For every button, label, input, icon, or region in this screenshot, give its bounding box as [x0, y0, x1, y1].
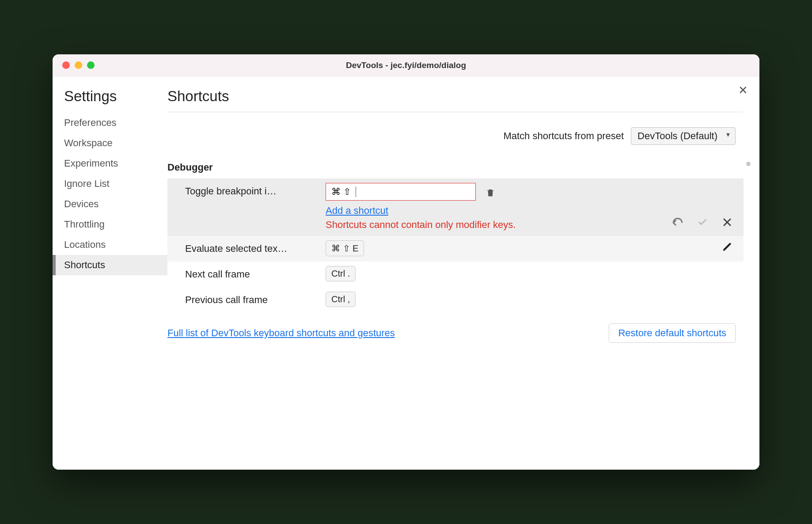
traffic-lights [53, 61, 95, 69]
sidebar-item-label: Shortcuts [64, 259, 105, 270]
sidebar-title: Settings [53, 88, 167, 113]
sidebar-item-shortcuts[interactable]: Shortcuts [53, 255, 167, 275]
shortcut-row: Previous call frame Ctrl , [167, 287, 744, 313]
shortcut-value-area: ⌘ ⇧ Add a shortcut Shortcuts cannot cont… [326, 183, 668, 232]
sidebar-item-label: Throttling [64, 219, 105, 230]
shortcut-chip: ⌘ ⇧ E [326, 240, 364, 256]
checkmark-icon[interactable] [696, 216, 709, 229]
shortcut-label: Evaluate selected tex… [185, 240, 322, 254]
text-caret [356, 186, 356, 197]
close-icon[interactable]: ✕ [738, 84, 748, 96]
edit-actions [671, 216, 737, 232]
main: Shortcuts Match shortcuts from preset De… [167, 76, 759, 470]
shortcut-chip: Ctrl , [326, 292, 356, 307]
close-window-button[interactable] [62, 61, 70, 69]
shortcut-row: Evaluate selected tex… ⌘ ⇧ E [167, 236, 744, 262]
row-actions [721, 240, 737, 254]
preset-select[interactable]: DevTools (Default) [631, 127, 736, 145]
page-title: Shortcuts [167, 88, 744, 112]
cancel-icon[interactable] [721, 216, 734, 229]
sidebar-item-workspace[interactable]: Workspace [53, 133, 167, 153]
sidebar-item-preferences[interactable]: Preferences [53, 113, 167, 133]
footer: Full list of DevTools keyboard shortcuts… [167, 313, 744, 355]
add-shortcut-link[interactable]: Add a shortcut [326, 205, 388, 216]
sidebar-item-throttling[interactable]: Throttling [53, 214, 167, 235]
sidebar-item-label: Workspace [64, 137, 113, 148]
shortcut-input-keys: ⌘ ⇧ [331, 186, 351, 197]
trash-icon[interactable] [484, 186, 497, 199]
shortcut-label: Previous call frame [185, 292, 322, 306]
shortcut-input[interactable]: ⌘ ⇧ [326, 183, 476, 201]
section-area: Debugger Toggle breakpoint i… ⌘ ⇧ [167, 160, 744, 470]
shortcut-value-area: Ctrl . [326, 266, 737, 281]
full-list-link[interactable]: Full list of DevTools keyboard shortcuts… [167, 327, 395, 339]
shortcut-label: Toggle breakpoint i… [185, 183, 322, 197]
shortcut-chip: Ctrl . [326, 266, 356, 281]
window-title: DevTools - jec.fyi/demo/dialog [53, 61, 759, 70]
sidebar-item-devices[interactable]: Devices [53, 194, 167, 214]
pencil-icon[interactable] [721, 240, 734, 254]
sidebar-item-label: Ignore List [64, 178, 110, 189]
preset-value: DevTools (Default) [637, 130, 717, 141]
sidebar-item-label: Locations [64, 239, 106, 250]
shortcut-row: Next call frame Ctrl . [167, 262, 744, 287]
minimize-window-button[interactable] [75, 61, 82, 69]
error-message: Shortcuts cannot contain only modifier k… [326, 218, 538, 232]
shortcut-label: Next call frame [185, 266, 322, 280]
preset-row: Match shortcuts from preset DevTools (De… [167, 112, 744, 160]
maximize-window-button[interactable] [87, 61, 95, 69]
sidebar-item-label: Devices [64, 198, 99, 209]
titlebar: DevTools - jec.fyi/demo/dialog [53, 54, 759, 76]
preset-label: Match shortcuts from preset [503, 130, 624, 142]
sidebar-item-label: Preferences [64, 117, 117, 128]
shortcut-row-editing: Toggle breakpoint i… ⌘ ⇧ Add a shortcut [167, 178, 744, 236]
sidebar-item-label: Experiments [64, 158, 118, 169]
sidebar-item-locations[interactable]: Locations [53, 235, 167, 255]
window: DevTools - jec.fyi/demo/dialog ✕ Setting… [53, 54, 759, 470]
scrollbar[interactable] [746, 162, 751, 166]
undo-icon[interactable] [671, 216, 684, 229]
shortcut-value-area: ⌘ ⇧ E [326, 240, 717, 256]
content: ✕ Settings Preferences Workspace Experim… [53, 76, 759, 470]
sidebar-item-ignore-list[interactable]: Ignore List [53, 174, 167, 194]
section-title: Debugger [167, 160, 744, 178]
shortcut-value-area: Ctrl , [326, 292, 737, 307]
sidebar-item-experiments[interactable]: Experiments [53, 153, 167, 174]
restore-defaults-button[interactable]: Restore default shortcuts [609, 323, 736, 343]
sidebar: Settings Preferences Workspace Experimen… [53, 76, 167, 470]
